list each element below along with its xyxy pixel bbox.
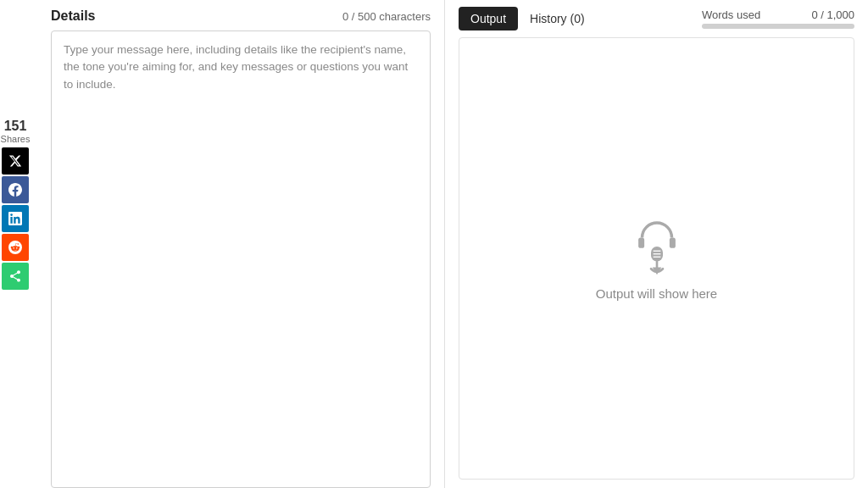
words-used-count: 0 / 1,000 (811, 8, 854, 21)
words-progress-bar (702, 24, 854, 29)
right-panel: Output History (0) Words used 0 / 1,000 (445, 0, 868, 488)
left-header: Details 0 / 500 characters (51, 0, 431, 30)
tab-history[interactable]: History (0) (518, 7, 597, 30)
message-textarea[interactable] (51, 30, 431, 488)
char-count: 0 / 500 characters (342, 10, 431, 23)
linkedin-icon (8, 212, 22, 225)
linkedin-share-button[interactable] (2, 205, 29, 232)
right-header: Output History (0) Words used 0 / 1,000 (459, 0, 854, 37)
output-content-area: Output will show here (459, 37, 854, 480)
twitter-share-button[interactable] (2, 147, 29, 175)
reddit-icon (8, 241, 22, 254)
words-used-section: Words used 0 / 1,000 (702, 8, 854, 29)
twitter-icon (8, 154, 22, 168)
share-count-number: 151 (1, 119, 31, 134)
share-count: 151 Shares (1, 119, 31, 144)
share-icon (8, 269, 22, 283)
generic-share-button[interactable] (2, 263, 29, 290)
reddit-share-button[interactable] (2, 234, 29, 261)
facebook-icon (8, 183, 22, 197)
words-used-header: Words used 0 / 1,000 (702, 8, 854, 21)
body-area: Details 0 / 500 characters Output Histor… (37, 0, 868, 488)
shares-label: Shares (1, 134, 31, 144)
details-title: Details (51, 8, 95, 24)
output-placeholder-text: Output will show here (596, 286, 717, 301)
left-panel: Details 0 / 500 characters (37, 0, 444, 488)
svg-rect-0 (638, 237, 644, 247)
words-used-label: Words used (702, 8, 760, 21)
output-placeholder-icon (627, 217, 687, 276)
social-sidebar: 151 Shares (0, 119, 31, 291)
svg-rect-1 (669, 237, 675, 247)
tab-output[interactable]: Output (459, 7, 518, 30)
facebook-share-button[interactable] (2, 176, 29, 203)
main-container: Details 0 / 500 characters Output Histor… (37, 0, 868, 488)
